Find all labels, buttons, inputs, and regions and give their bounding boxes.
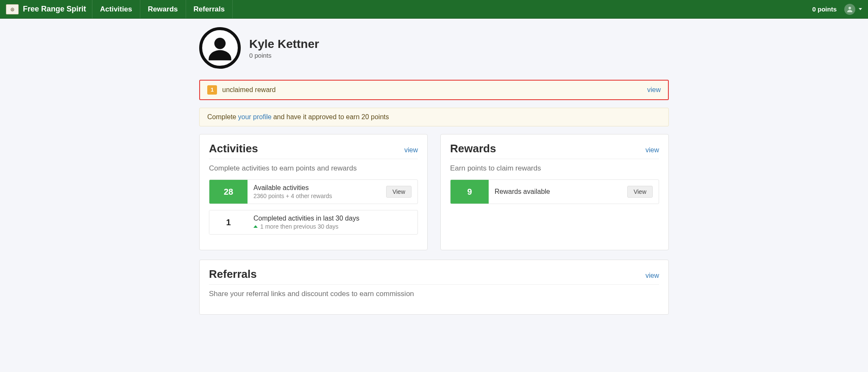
user-avatar-icon [844, 4, 855, 15]
available-activities-title: Available activities [253, 184, 380, 192]
completed-activities-sub: 1 more then previous 30 days [260, 223, 338, 230]
nav-link-rewards[interactable]: Rewards [140, 0, 186, 18]
complete-profile-alert: Complete your profile and have it approv… [199, 108, 669, 126]
profile-header: Kyle Kettner 0 points [199, 27, 669, 69]
top-nav: ◎ Free Range Spirit Activities Rewards R… [0, 0, 868, 19]
available-activities-row: 28 Available activities 2360 points + 4 … [209, 179, 418, 204]
unclaimed-view-link[interactable]: view [647, 86, 661, 94]
trend-up-icon [253, 225, 258, 228]
referrals-view-link[interactable]: view [645, 272, 659, 280]
completed-activities-title: Completed activities in last 30 days [253, 215, 412, 222]
referrals-title: Referrals [209, 268, 257, 281]
activities-view-link[interactable]: view [404, 146, 418, 154]
rewards-available-title: Rewards available [495, 188, 621, 196]
unclaimed-reward-alert: 1 unclaimed reward view [199, 80, 669, 100]
profile-avatar-icon [199, 27, 241, 69]
nav-link-referrals[interactable]: Referrals [186, 0, 233, 18]
activities-subtitle: Complete activities to earn points and r… [209, 164, 418, 173]
rewards-available-view-button[interactable]: View [627, 186, 653, 198]
activities-card: Activities view Complete activities to e… [199, 134, 428, 250]
brand-logo-icon: ◎ [6, 4, 19, 14]
nav-points: 0 points [812, 6, 837, 13]
complete-profile-suffix: and have it approved to earn 20 points [273, 113, 389, 121]
unclaimed-count-badge: 1 [207, 85, 217, 95]
unclaimed-text: unclaimed reward [222, 86, 275, 94]
referrals-subtitle: Share your referral links and discount c… [209, 290, 659, 298]
rewards-view-link[interactable]: view [645, 146, 659, 154]
svg-point-0 [849, 7, 851, 9]
rewards-title: Rewards [450, 142, 496, 155]
rewards-card: Rewards view Earn points to claim reward… [440, 134, 669, 250]
nav-links: Activities Rewards Referrals [92, 0, 233, 18]
activities-title: Activities [209, 142, 258, 155]
nav-link-activities[interactable]: Activities [92, 0, 140, 18]
completed-activities-count: 1 [209, 210, 248, 234]
rewards-subtitle: Earn points to claim rewards [450, 164, 659, 173]
chevron-down-icon [859, 8, 862, 10]
user-menu[interactable] [844, 4, 862, 15]
rewards-available-row: 9 Rewards available View [450, 179, 659, 204]
svg-point-1 [214, 38, 226, 49]
available-activities-sub: 2360 points + 4 other rewards [253, 193, 380, 199]
available-activities-count: 28 [209, 180, 248, 204]
rewards-available-count: 9 [451, 180, 489, 204]
brand[interactable]: ◎ Free Range Spirit [0, 0, 92, 18]
profile-points: 0 points [249, 52, 319, 59]
profile-name: Kyle Kettner [249, 37, 319, 51]
your-profile-link[interactable]: your profile [238, 113, 271, 121]
complete-profile-prefix: Complete [207, 113, 236, 121]
brand-name: Free Range Spirit [23, 5, 86, 14]
referrals-card: Referrals view Share your referral links… [199, 260, 669, 315]
available-activities-view-button[interactable]: View [386, 186, 412, 198]
completed-activities-row: 1 Completed activities in last 30 days 1… [209, 210, 418, 235]
